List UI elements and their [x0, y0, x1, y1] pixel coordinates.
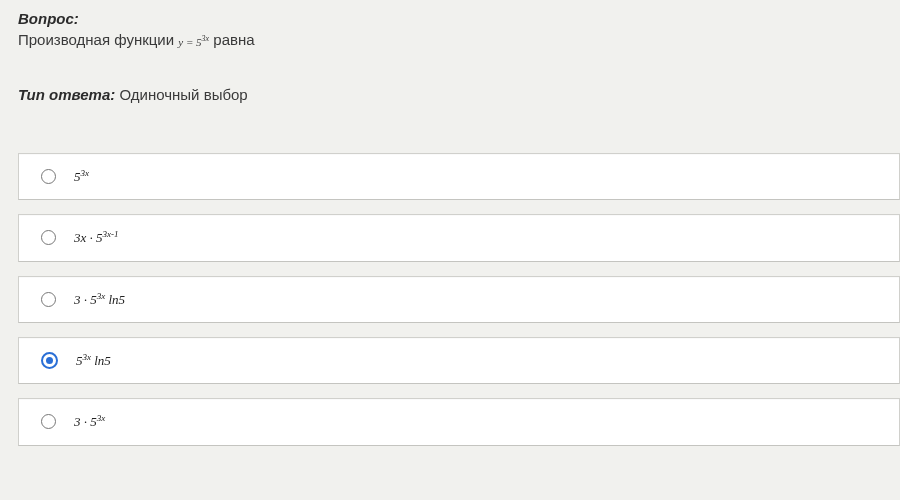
quiz-page: Вопрос: Производная функции y = 53x равн… [0, 0, 900, 446]
option-label: 3 · 53x ln5 [74, 291, 125, 308]
option-row[interactable]: 53x [18, 153, 900, 200]
radio-button[interactable] [41, 292, 56, 307]
option-label: 3x · 53x-1 [74, 229, 119, 246]
radio-dot-icon [46, 357, 53, 364]
radio-button[interactable] [41, 230, 56, 245]
options-list: 53x3x · 53x-13 · 53x ln553x ln53 · 53x [18, 153, 900, 446]
radio-button[interactable] [41, 352, 58, 369]
radio-button[interactable] [41, 169, 56, 184]
option-row[interactable]: 3 · 53x ln5 [18, 276, 900, 323]
question-formula: y = 53x [178, 36, 209, 48]
question-text: Производная функции y = 53x равна [18, 31, 900, 48]
option-row[interactable]: 53x ln5 [18, 337, 900, 384]
option-row[interactable]: 3x · 53x-1 [18, 214, 900, 261]
question-label: Вопрос: [18, 10, 900, 27]
option-label: 53x [74, 168, 89, 185]
option-label: 53x ln5 [76, 352, 111, 369]
question-text-before: Производная функции [18, 31, 178, 48]
option-row[interactable]: 3 · 53x [18, 398, 900, 445]
answer-type-row: Тип ответа: Одиночный выбор [18, 86, 900, 103]
answer-type-label: Тип ответа: [18, 86, 115, 103]
question-text-after: равна [213, 31, 254, 48]
answer-type-value: Одиночный выбор [119, 86, 247, 103]
radio-button[interactable] [41, 414, 56, 429]
option-label: 3 · 53x [74, 413, 105, 430]
